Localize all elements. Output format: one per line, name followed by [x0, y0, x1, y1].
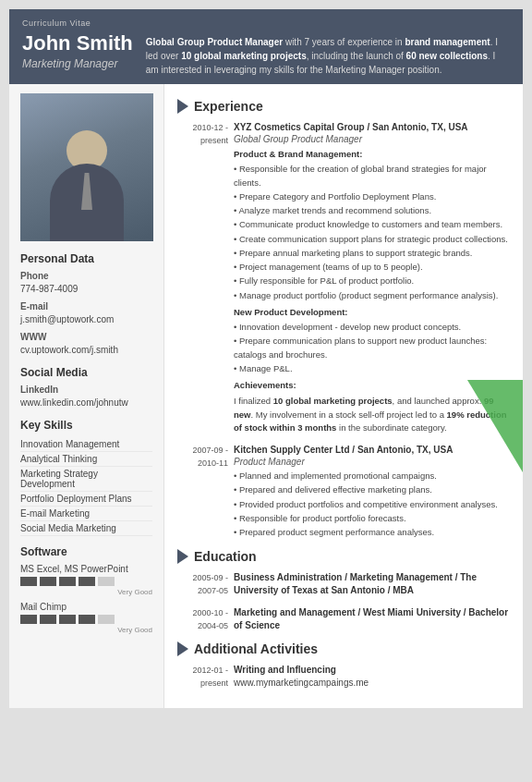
software-rating-bars — [20, 615, 152, 624]
header-summary: Global Group Product Manager with 7 year… — [146, 31, 510, 77]
entry-company: XYZ Cosmetics Capital Group / San Antoni… — [234, 121, 510, 134]
bullet-item: Project management (teams of up to 5 peo… — [234, 261, 510, 274]
experience-entry: 2007-09 - 2010-11Kitchen Supply Center L… — [177, 444, 510, 540]
software-name: MS Excel, MS PowerPoint — [20, 564, 152, 574]
entry-company: Kitchen Supply Center Ltd / San Antonio,… — [234, 444, 510, 457]
education-entry: 2000-10 - 2004-05Marketing and Managemen… — [177, 606, 510, 632]
additional-entry-title: Writing and Influencing — [234, 664, 510, 677]
bullet-item: Prepared product segment performance ana… — [234, 526, 510, 539]
additional-entries: 2012-01 - presentWriting and Influencing… — [177, 664, 510, 690]
software-section: MS Excel, MS PowerPointVery GoodMail Chi… — [20, 564, 152, 634]
rating-bar — [79, 577, 95, 586]
phone-label: Phone — [20, 271, 152, 281]
key-skills-title: Key Skills — [20, 419, 152, 432]
entry-role: Global Group Product Manager — [234, 134, 510, 144]
www-value: cv.uptowork.com/j.smith — [20, 344, 152, 357]
left-column: Personal Data Phone 774-987-4009 E-mail … — [9, 84, 164, 708]
linkedin-label: LinkedIn — [20, 385, 152, 395]
bullet-item: Communicate product knowledge to custome… — [234, 218, 510, 231]
email-value: j.smith@uptowork.com — [20, 313, 152, 326]
additional-header: Additional Activities — [177, 641, 510, 656]
entry-content: Marketing and Management / West Miami Un… — [234, 606, 510, 632]
entry-date: 2007-09 - 2010-11 — [177, 444, 228, 540]
skill-item: E-mail Marketing — [20, 507, 152, 521]
skills-list: Innovation ManagementAnalytical Thinking… — [20, 437, 152, 536]
entry-date: 2000-10 - 2004-05 — [177, 606, 228, 632]
candidate-photo — [20, 93, 153, 241]
entry-content: Kitchen Supply Center Ltd / San Antonio,… — [234, 444, 510, 540]
software-rating-bars — [20, 577, 152, 586]
bullet-item: Analyze market trends and recommend solu… — [234, 204, 510, 217]
skill-item: Innovation Management — [20, 437, 152, 452]
additional-entry: 2012-01 - presentWriting and Influencing… — [177, 664, 510, 690]
entry-role: Product Manager — [234, 457, 510, 467]
rating-bar — [59, 615, 76, 624]
entry-date: 2010-12 - present — [177, 121, 228, 434]
subsection-heading: Product & Brand Management: — [234, 148, 510, 161]
bullet-item: Responsible for the creation of global b… — [234, 163, 510, 189]
bullet-item: Prepare communication plans to support n… — [234, 335, 510, 361]
right-column: Experience 2010-12 - presentXYZ Cosmetic… — [164, 84, 523, 708]
experience-title: Experience — [194, 99, 263, 114]
entry-date: 2012-01 - present — [177, 664, 228, 690]
entry-content: Writing and Influencingwww.mymarketingca… — [234, 664, 510, 690]
cv-label: Curriculum Vitae — [22, 18, 510, 28]
education-entry: 2005-09 - 2007-05Business Administration… — [177, 571, 510, 597]
bullet-item: Prepared and delivered effective marketi… — [234, 483, 510, 496]
education-header: Education — [177, 549, 510, 564]
skill-item: Portfolio Deployment Plans — [20, 492, 152, 507]
rating-bar — [98, 577, 115, 586]
social-media-title: Social Media — [20, 366, 152, 379]
bullet-item: Manage product portfolio (product segmen… — [234, 289, 510, 302]
rating-bar — [20, 615, 37, 624]
rating-bar — [40, 577, 56, 586]
bullet-item: Innovation development - develop new pro… — [234, 321, 510, 334]
skill-item: Social Media Marketing — [20, 521, 152, 536]
software-name: Mail Chimp — [20, 602, 152, 612]
entry-bullets: Planned and implemented promotional camp… — [234, 470, 510, 539]
bullet-item: Fully responsible for P&L of product por… — [234, 275, 510, 287]
rating-bar — [59, 577, 76, 586]
experience-entry: 2010-12 - presentXYZ Cosmetics Capital G… — [177, 121, 510, 434]
education-arrow-icon — [177, 549, 188, 564]
skill-item: Marketing Strategy Development — [20, 467, 152, 492]
additional-title: Additional Activities — [194, 641, 318, 656]
skill-item: Analytical Thinking — [20, 452, 152, 467]
education-title: Education — [194, 549, 257, 564]
bullet-item: Planned and implemented promotional camp… — [234, 470, 510, 483]
bullet-item: Responsible for product portfolio foreca… — [234, 512, 510, 525]
bullet-item: Create communication support plans for s… — [234, 233, 510, 246]
phone-value: 774-987-4009 — [20, 283, 152, 296]
bullet-item: Prepare Category and Portfolio Deploymen… — [234, 190, 510, 203]
software-item: Mail ChimpVery Good — [20, 602, 152, 634]
software-title: Software — [20, 545, 152, 558]
candidate-title: Marketing Manager — [22, 57, 133, 70]
subsection-heading: Achievements: — [234, 379, 510, 392]
rating-bar — [79, 615, 95, 624]
personal-data-title: Personal Data — [20, 252, 152, 265]
entry-subsection: New Product Development:Innovation devel… — [234, 306, 510, 375]
bullet-item: Provided product portfolios and competit… — [234, 498, 510, 511]
education-entries: 2005-09 - 2007-05Business Administration… — [177, 571, 510, 632]
experience-header: Experience — [177, 99, 510, 114]
experience-arrow-icon — [177, 99, 188, 114]
entry-edu-title: Business Administration / Marketing Mana… — [234, 571, 510, 597]
software-item: MS Excel, MS PowerPointVery Good — [20, 564, 152, 596]
additional-arrow-icon — [177, 641, 188, 656]
rating-bar — [20, 577, 37, 586]
rating-bar — [40, 615, 56, 624]
software-rating-label: Very Good — [20, 588, 152, 596]
entry-edu-title: Marketing and Management / West Miami Un… — [234, 606, 510, 632]
header-section: Curriculum Vitae John Smith Marketing Ma… — [9, 9, 523, 84]
bullet-item: Manage P&L. — [234, 362, 510, 375]
subsection-heading: New Product Development: — [234, 306, 510, 319]
linkedin-value: www.linkedin.com/johnutw — [20, 397, 152, 409]
entry-content: Business Administration / Marketing Mana… — [234, 571, 510, 597]
candidate-name: John Smith — [22, 31, 133, 55]
entry-subsection: Product & Brand Management:Responsible f… — [234, 148, 510, 302]
www-label: WWW — [20, 332, 152, 342]
entry-date: 2005-09 - 2007-05 — [177, 571, 228, 597]
rating-bar — [98, 615, 115, 624]
entry-content: XYZ Cosmetics Capital Group / San Antoni… — [234, 121, 510, 434]
software-rating-label: Very Good — [20, 626, 152, 634]
